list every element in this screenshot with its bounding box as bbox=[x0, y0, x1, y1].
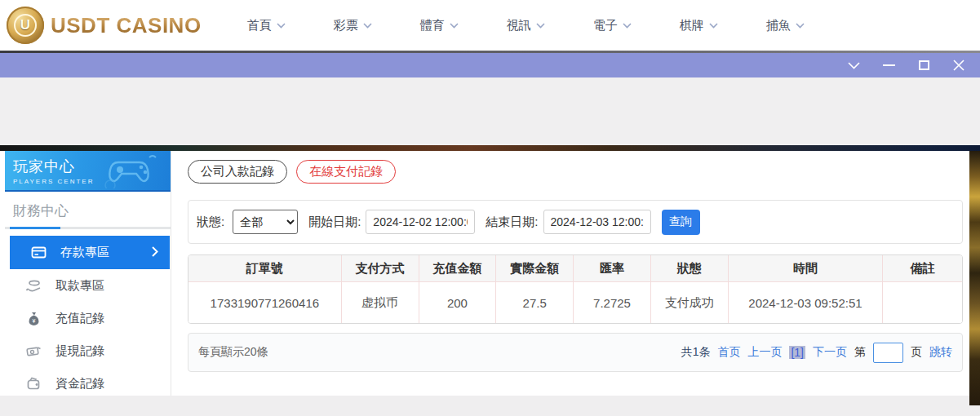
maximize-icon[interactable] bbox=[917, 59, 930, 72]
sidebar-item-label: 充值記錄 bbox=[55, 311, 104, 326]
withdrawal-record-icon bbox=[26, 343, 42, 359]
end-date-label: 結束日期: bbox=[486, 215, 538, 230]
sidebar-item-deposit-zone[interactable]: 存款專區 bbox=[10, 236, 170, 269]
deposit-icon bbox=[31, 245, 47, 260]
table-header-row: 訂單號 支付方式 充值金額 實際金額 匯率 狀態 時間 備註 bbox=[188, 255, 962, 282]
sidebar-item-label: 取款專區 bbox=[55, 278, 104, 294]
cell-time: 2024-12-03 09:52:51 bbox=[729, 282, 884, 323]
first-page-link[interactable]: 首页 bbox=[717, 345, 740, 360]
col-time: 時間 bbox=[729, 255, 884, 282]
current-page-indicator[interactable]: [1] bbox=[789, 346, 805, 359]
chevron-down-icon bbox=[450, 23, 459, 29]
total-count-text: 共1条 bbox=[681, 345, 711, 360]
chevron-down-icon bbox=[623, 23, 632, 29]
sidebar-item-withdrawal-records[interactable]: 提現記錄 bbox=[5, 334, 171, 367]
sidebar-item-fund-records[interactable]: 資金記錄 bbox=[5, 367, 171, 400]
record-tabs: 公司入款記錄 在線支付記錄 bbox=[188, 160, 396, 184]
pagination-controls: 共1条 首页 上一页 [1] 下一页 第 页 跳转 bbox=[681, 343, 952, 363]
brand-name: USDT CASINO bbox=[51, 13, 202, 38]
nav-item-home[interactable]: 首頁 bbox=[247, 18, 286, 33]
finance-center-heading: 財務中心 bbox=[5, 192, 171, 227]
sidebar-item-label: 提現記錄 bbox=[55, 343, 104, 359]
start-date-input[interactable] bbox=[366, 210, 475, 234]
bottom-strip bbox=[0, 396, 969, 416]
main-menu: 首頁 彩票 體育 視訊 電子 棋牌 bbox=[247, 18, 805, 33]
next-page-link[interactable]: 下一页 bbox=[813, 345, 847, 360]
page-jump-input[interactable] bbox=[873, 343, 903, 363]
chevron-down-icon bbox=[277, 23, 286, 29]
section-underline-accent bbox=[10, 227, 60, 229]
chevron-down-icon bbox=[796, 23, 805, 29]
pagination-bar: 每頁顯示20條 共1条 首页 上一页 [1] 下一页 第 页 跳转 bbox=[188, 333, 963, 372]
withdraw-icon bbox=[26, 278, 42, 294]
tab-online-payment-records[interactable]: 在線支付記錄 bbox=[296, 160, 396, 184]
cell-actual-amount: 27.5 bbox=[496, 282, 574, 323]
col-actual-amount: 實際金額 bbox=[496, 255, 574, 282]
payment-records-table: 訂單號 支付方式 充值金額 實際金額 匯率 狀態 時間 備註 173319077… bbox=[188, 254, 963, 324]
nav-item-live[interactable]: 視訊 bbox=[507, 18, 545, 33]
prev-page-link[interactable]: 上一页 bbox=[747, 345, 782, 360]
tab-company-deposit-records[interactable]: 公司入款記錄 bbox=[188, 160, 287, 184]
nav-item-label: 體育 bbox=[420, 18, 445, 33]
sidebar-menu: 存款專區 取款專區 ¥ 充值記錄 bbox=[5, 236, 171, 400]
window-titlebar bbox=[0, 53, 980, 77]
sidebar: 玩家中心 PLAYERS CENTER 財務中心 bbox=[5, 151, 171, 396]
nav-item-label: 首頁 bbox=[247, 18, 272, 33]
sidebar-item-label: 存款專區 bbox=[60, 245, 109, 260]
desktop-background bbox=[0, 77, 980, 145]
col-exchange-rate: 匯率 bbox=[574, 255, 651, 282]
nav-item-label: 捕魚 bbox=[766, 18, 791, 33]
search-button[interactable]: 查詢 bbox=[662, 210, 700, 235]
svg-text:¥: ¥ bbox=[33, 318, 36, 324]
nav-item-fishing[interactable]: 捕魚 bbox=[766, 18, 805, 33]
brand-logo[interactable]: U USDT CASINO bbox=[7, 7, 202, 44]
sidebar-item-label: 資金記錄 bbox=[55, 376, 104, 392]
nav-item-label: 彩票 bbox=[334, 18, 358, 33]
recharge-record-icon: ¥ bbox=[26, 311, 42, 326]
cell-status: 支付成功 bbox=[651, 282, 729, 323]
col-remark: 備註 bbox=[883, 255, 962, 282]
col-recharge-amount: 充值金額 bbox=[419, 255, 497, 282]
minimize-icon[interactable] bbox=[882, 59, 895, 72]
col-status: 狀態 bbox=[651, 255, 729, 282]
page-size-text: 每頁顯示20條 bbox=[198, 345, 268, 360]
top-navigation-bar: U USDT CASINO 首頁 彩票 體育 視訊 電子 bbox=[0, 0, 980, 51]
close-icon[interactable] bbox=[952, 59, 965, 72]
table-row: 1733190771260416 虚拟币 200 27.5 7.2725 支付成… bbox=[188, 282, 962, 323]
cell-exchange-rate: 7.2725 bbox=[574, 282, 651, 323]
funds-record-icon bbox=[26, 376, 42, 392]
main-panel: 公司入款記錄 在線支付記錄 狀態: 全部 開始日期: 結束日期: 查詢 訂單號 bbox=[171, 151, 969, 396]
cell-order-no: 1733190771260416 bbox=[188, 282, 342, 323]
sidebar-item-recharge-records[interactable]: ¥ 充值記錄 bbox=[5, 302, 171, 334]
dark-banner-strip bbox=[0, 145, 980, 151]
background-image-sliver bbox=[969, 151, 980, 405]
col-order-no: 訂單號 bbox=[188, 255, 342, 282]
cell-remark bbox=[883, 282, 962, 323]
filter-bar: 狀態: 全部 開始日期: 結束日期: 查詢 bbox=[188, 200, 963, 244]
cell-recharge-amount: 200 bbox=[419, 282, 497, 323]
jump-prefix-label: 第 bbox=[854, 345, 866, 360]
status-label: 狀態: bbox=[197, 215, 224, 230]
sidebar-item-withdraw-zone[interactable]: 取款專區 bbox=[5, 269, 171, 302]
nav-item-label: 棋牌 bbox=[680, 18, 704, 33]
nav-item-sports[interactable]: 體育 bbox=[420, 18, 459, 33]
nav-item-lottery[interactable]: 彩票 bbox=[334, 18, 372, 33]
jump-suffix-label: 页 bbox=[911, 345, 922, 360]
nav-item-slots[interactable]: 電子 bbox=[593, 18, 632, 33]
start-date-label: 開始日期: bbox=[308, 215, 361, 230]
chevron-right-icon bbox=[152, 246, 158, 257]
col-pay-method: 支付方式 bbox=[342, 255, 419, 282]
nav-item-cards[interactable]: 棋牌 bbox=[680, 18, 718, 33]
chevron-down-icon bbox=[363, 23, 372, 29]
app-window: U USDT CASINO 首頁 彩票 體育 視訊 電子 bbox=[0, 0, 980, 416]
jump-button[interactable]: 跳转 bbox=[929, 345, 952, 360]
sidebar-header: 玩家中心 PLAYERS CENTER bbox=[5, 151, 171, 192]
nav-item-label: 視訊 bbox=[507, 18, 531, 33]
titlebar-chevron-down-icon[interactable] bbox=[847, 59, 860, 72]
content-area: 玩家中心 PLAYERS CENTER 財務中心 bbox=[0, 151, 969, 396]
status-select[interactable]: 全部 bbox=[233, 210, 298, 234]
section-underline bbox=[5, 227, 171, 229]
gamepad-icon bbox=[102, 154, 162, 188]
logo-letter: U bbox=[14, 14, 37, 37]
end-date-input[interactable] bbox=[543, 210, 651, 234]
